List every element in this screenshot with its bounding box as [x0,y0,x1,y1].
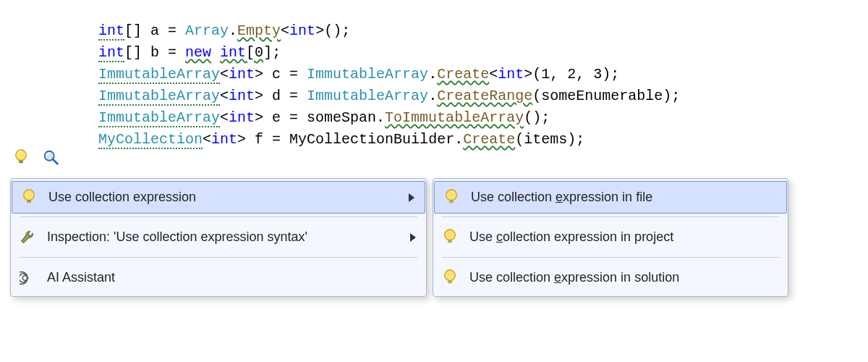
code-line: int[] a = Array.Empty<int>(); [98,20,868,42]
svg-rect-14 [448,279,452,283]
lightbulb-icon [20,188,38,207]
svg-point-11 [445,230,456,240]
menu-item-label: Inspection: 'Use collection expression s… [47,230,400,245]
menu-separator [20,216,417,217]
submenu-item-in-project[interactable]: Use collection expression in project [433,220,788,254]
svg-point-6 [24,190,35,201]
submenu-arrow-icon [409,193,414,202]
submenu-arrow-icon [410,233,416,242]
menu-separator [20,257,417,258]
lightbulb-icon[interactable] [13,148,29,172]
wrench-icon [18,228,37,247]
code-editor[interactable]: int[] a = Array.Empty<int>(); int[] b = … [0,0,868,151]
svg-rect-12 [448,239,452,243]
menu-item-label: Use collection expression in file [471,190,776,205]
menu-separator [442,216,779,217]
menu-item-inspection[interactable]: Inspection: 'Use collection expression s… [11,220,426,254]
code-line: MyCollection<int> f = MyCollectionBuilde… [98,129,868,151]
svg-rect-7 [27,199,31,203]
lightbulb-icon [442,188,461,207]
svg-point-13 [445,270,456,281]
submenu-item-in-file[interactable]: Use collection expression in file [434,181,787,214]
context-actions-popup: Use collection expression Inspection: 'U… [10,178,427,297]
context-actions-submenu: Use collection expression in file Use co… [433,178,788,297]
menu-item-label: Use collection expression [48,190,399,205]
code-line: ImmutableArray<int> c = ImmutableArray.C… [98,64,868,85]
inspect-lens-icon[interactable] [42,148,61,172]
svg-point-9 [446,190,457,201]
menu-item-ai-assistant[interactable]: AI Assistant [11,261,426,295]
code-line: ImmutableArray<int> d = ImmutableArray.C… [98,85,868,107]
submenu-item-in-solution[interactable]: Use collection expression in solution [433,261,788,295]
spiral-icon [18,269,37,287]
menu-separator [442,257,779,258]
menu-item-label: Use collection expression in solution [469,270,778,285]
code-line: int[] b = new int[0]; [98,42,868,64]
svg-rect-10 [449,199,454,203]
menu-item-label: AI Assistant [47,270,416,285]
menu-item-label: Use collection expression in project [469,230,778,245]
menu-item-use-collection-expression[interactable]: Use collection expression [12,181,425,214]
code-line: ImmutableArray<int> e = someSpan.ToImmut… [98,107,868,129]
lightbulb-icon [441,228,459,247]
lightbulb-icon [441,269,459,287]
svg-line-5 [53,159,58,164]
gutter-action-icons [13,148,61,172]
